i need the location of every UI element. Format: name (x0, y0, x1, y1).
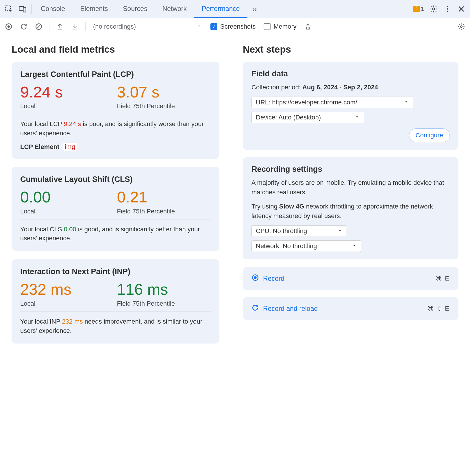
kebab-menu-icon[interactable] (441, 2, 454, 16)
lcp-element-row: LCP Element img (20, 143, 211, 151)
cls-local-label: Local (20, 208, 114, 215)
metrics-column: Local and field metrics Largest Contentf… (0, 35, 231, 352)
checkbox-unchecked-icon (264, 23, 271, 30)
svg-point-4 (447, 6, 448, 7)
lcp-local-value: 9.24 s (20, 84, 114, 101)
performance-toolbar: (no recordings) Screenshots Memory (0, 18, 470, 35)
next-steps-column: Next steps Field data Collection period:… (231, 35, 470, 352)
lcp-local-label: Local (20, 102, 114, 110)
chevron-down-icon (337, 227, 343, 235)
inspect-element-icon[interactable] (2, 2, 16, 16)
cls-field-value: 0.21 (117, 189, 211, 206)
checkbox-checked-icon (210, 23, 217, 30)
clear-icon[interactable] (32, 20, 45, 33)
cls-card: Cumulative Layout Shift (CLS) 0.00 Local… (12, 167, 219, 251)
recording-settings-p2: Try using Slow 4G network throttling to … (251, 202, 450, 221)
screenshots-label: Screenshots (220, 23, 256, 30)
reload-icon (251, 304, 259, 313)
settings-gear-icon[interactable] (427, 2, 441, 16)
lcp-element-token[interactable]: img (63, 143, 77, 151)
tab-network[interactable]: Network (155, 0, 194, 18)
lcp-heading: Largest Contentful Paint (LCP) (20, 70, 211, 79)
svg-point-12 (254, 276, 257, 279)
download-icon[interactable] (69, 20, 81, 33)
tabs: ConsoleElementsSourcesNetworkPerformance (33, 0, 247, 18)
recording-settings-p1: A majority of users are on mobile. Try e… (251, 178, 450, 197)
collection-period: Collection period: Aug 6, 2024 - Sep 2, … (251, 82, 450, 92)
record-label: Record (263, 275, 284, 283)
capture-settings-gear-icon[interactable] (455, 20, 468, 33)
lcp-field-value: 3.07 s (117, 84, 211, 101)
svg-point-6 (447, 10, 448, 12)
inp-heading: Interaction to Next Paint (INP) (20, 267, 211, 276)
collect-garbage-icon[interactable] (302, 20, 314, 33)
record-dot-icon (251, 274, 259, 283)
inp-description: Your local INP 232 ms needs improvement,… (20, 317, 211, 335)
cls-field-label: Field 75th Percentile (117, 208, 211, 215)
close-icon[interactable] (454, 2, 468, 16)
screenshots-checkbox[interactable]: Screenshots (208, 23, 258, 30)
svg-point-10 (460, 25, 462, 27)
recordings-label: (no recordings) (93, 23, 136, 30)
svg-point-5 (447, 8, 448, 10)
url-select[interactable]: URL: https://developer.chrome.com/ (251, 97, 413, 108)
record-button-icon[interactable] (2, 20, 15, 33)
upload-icon[interactable] (53, 20, 66, 33)
recording-settings-heading: Recording settings (251, 165, 450, 174)
record-reload-label: Record and reload (263, 305, 318, 313)
chevron-down-icon (352, 242, 357, 250)
inp-field-value: 116 ms (117, 281, 211, 298)
warning-icon (413, 6, 420, 12)
separator (31, 4, 32, 14)
memory-label: Memory (273, 23, 296, 30)
metrics-title: Local and field metrics (12, 44, 219, 55)
lcp-field-label: Field 75th Percentile (117, 102, 211, 110)
chevron-down-icon (197, 23, 202, 30)
tab-console[interactable]: Console (33, 0, 73, 18)
svg-rect-2 (23, 8, 26, 12)
record-shortcut: ⌘ E (436, 275, 450, 282)
svg-point-8 (8, 25, 10, 28)
record-reload-shortcut: ⌘ ⇧ E (428, 305, 450, 312)
cls-description: Your local CLS 0.00 is good, and is sign… (20, 225, 211, 243)
chevron-down-icon (355, 114, 360, 121)
field-data-card: Field data Collection period: Aug 6, 202… (243, 62, 458, 150)
inp-local-value: 232 ms (20, 281, 114, 298)
cls-heading: Cumulative Layout Shift (CLS) (20, 175, 211, 184)
lcp-element-label: LCP Element (20, 143, 59, 150)
more-tabs-icon[interactable]: » (247, 4, 262, 14)
record-action[interactable]: Record ⌘ E (243, 267, 458, 290)
separator (85, 22, 86, 31)
lcp-card: Largest Contentful Paint (LCP) 9.24 s Lo… (12, 62, 219, 159)
memory-checkbox[interactable]: Memory (261, 23, 299, 30)
next-steps-title: Next steps (243, 44, 458, 55)
tab-elements[interactable]: Elements (73, 0, 115, 18)
devtools-tabbar: ConsoleElementsSourcesNetworkPerformance… (0, 0, 470, 18)
network-throttling-select[interactable]: Network: No throttling (251, 240, 361, 252)
device-toolbar-icon[interactable] (16, 2, 29, 16)
recording-settings-card: Recording settings A majority of users a… (243, 157, 458, 259)
inp-card: Interaction to Next Paint (INP) 232 ms L… (12, 259, 219, 343)
inp-local-label: Local (20, 300, 114, 307)
chevron-down-icon (404, 99, 409, 106)
main-content: Local and field metrics Largest Contentf… (0, 35, 470, 352)
tab-sources[interactable]: Sources (115, 0, 155, 18)
svg-point-3 (433, 8, 435, 10)
cls-local-value: 0.00 (20, 189, 114, 206)
inp-field-label: Field 75th Percentile (117, 300, 211, 307)
reload-icon[interactable] (17, 20, 30, 33)
device-select[interactable]: Device: Auto (Desktop) (251, 112, 364, 123)
separator (49, 22, 49, 31)
record-reload-action[interactable]: Record and reload ⌘ ⇧ E (243, 297, 458, 320)
configure-button[interactable]: Configure (409, 128, 450, 142)
lcp-description: Your local LCP 9.24 s is poor, and is si… (20, 119, 211, 138)
recordings-dropdown[interactable]: (no recordings) (90, 23, 205, 30)
cpu-throttling-select[interactable]: CPU: No throttling (251, 225, 347, 237)
separator (451, 22, 451, 31)
field-data-heading: Field data (251, 69, 450, 78)
issues-badge[interactable]: 1 (411, 5, 427, 13)
tab-performance[interactable]: Performance (194, 0, 247, 18)
issues-count: 1 (421, 5, 424, 13)
